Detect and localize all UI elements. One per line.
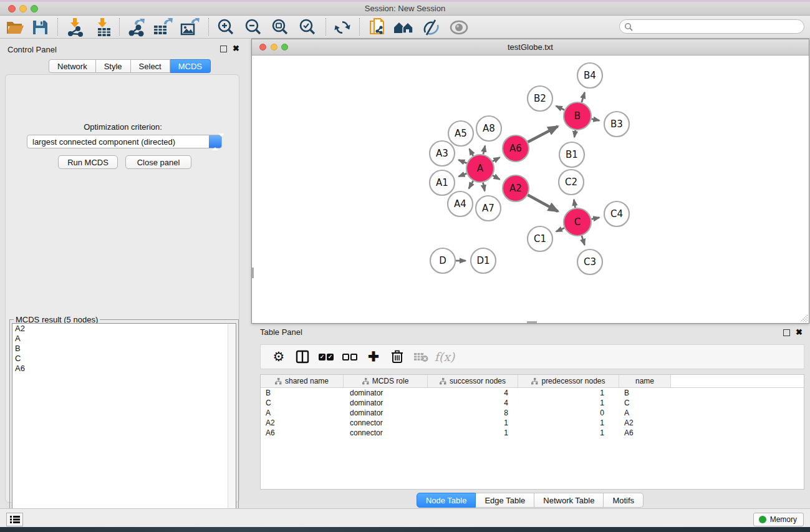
table-row[interactable]: Bdominator41B (261, 388, 804, 398)
table-cell[interactable]: C (261, 398, 344, 408)
graph-node-A7[interactable]: A7 (476, 196, 501, 221)
table-row[interactable]: A6connector11A6 (261, 428, 804, 438)
graph-node-B2[interactable]: B2 (528, 86, 552, 111)
delete-table-icon[interactable] (409, 346, 433, 368)
table-cell[interactable]: 1 (518, 428, 619, 438)
dropdown-stepper-icon[interactable] (209, 135, 221, 148)
table-cell[interactable]: dominator (344, 408, 428, 418)
table-cell[interactable]: C (619, 398, 671, 408)
graph-edge-A-A3[interactable] (458, 160, 466, 163)
graph-node-B4[interactable]: B4 (577, 63, 602, 88)
table-cell[interactable]: 8 (428, 408, 518, 418)
mcds-result-item[interactable]: A6 (12, 364, 228, 374)
refresh-icon[interactable] (331, 17, 354, 37)
column-header-shared-name[interactable]: shared name (261, 375, 344, 387)
zoom-selected-icon[interactable] (296, 17, 319, 37)
graph-node-B1[interactable]: B1 (559, 142, 584, 167)
graph-edge-C-C2[interactable] (574, 200, 575, 208)
graph-node-C4[interactable]: C4 (604, 201, 629, 226)
table-row[interactable]: Cdominator41C (261, 398, 804, 408)
table-cell[interactable]: 4 (428, 388, 518, 398)
graph-node-A1[interactable]: A1 (430, 170, 455, 195)
graph-edge-A-A2[interactable] (493, 175, 499, 179)
table-cell[interactable]: dominator (344, 388, 428, 398)
mcds-result-item[interactable]: A2 (12, 324, 228, 334)
app-titlebar[interactable]: Session: New Session (0, 2, 810, 16)
graph-node-B[interactable]: B (564, 102, 591, 130)
table-cell[interactable]: 1 (428, 418, 518, 428)
graph-edge-A-A5[interactable] (470, 149, 473, 156)
table-cell[interactable]: dominator (344, 398, 428, 408)
table-cell[interactable]: connector (344, 418, 428, 428)
table-cell[interactable]: 0 (518, 408, 619, 418)
graph-edge-B-B4[interactable] (582, 92, 585, 102)
column-header-predecessor-nodes[interactable]: predecessor nodes (518, 375, 619, 387)
close-panel-button[interactable]: Close panel (125, 155, 191, 169)
graph-node-A[interactable]: A (466, 155, 494, 182)
export-network-icon[interactable] (125, 17, 147, 37)
table-cell[interactable]: 1 (518, 418, 619, 428)
add-column-icon[interactable]: ✚ (362, 346, 385, 368)
import-network-icon[interactable] (64, 17, 86, 37)
deselect-all-icon[interactable] (338, 346, 362, 368)
table-cell[interactable]: 1 (518, 388, 619, 398)
canvas-horizontal-scroll-thumb[interactable] (527, 321, 537, 323)
tab-node-table[interactable]: Node Table (417, 493, 476, 508)
column-header-name[interactable]: name (619, 375, 671, 387)
duplicate-network-icon[interactable] (366, 17, 388, 37)
export-table-icon[interactable] (152, 17, 174, 37)
tab-select[interactable]: Select (131, 59, 170, 73)
tab-network-table[interactable]: Network Table (534, 493, 604, 508)
canvas-vertical-scroll-thumb[interactable] (252, 268, 254, 278)
mcds-result-scrollbar[interactable] (228, 323, 236, 529)
graph-edge-A-A7[interactable] (483, 183, 485, 191)
memory-button[interactable]: Memory (753, 513, 804, 526)
tab-edge-table[interactable]: Edge Table (476, 493, 534, 508)
mcds-result-list[interactable]: A2ABCA6 (12, 323, 229, 529)
graph-edge-A-A4[interactable] (469, 181, 473, 188)
tab-style[interactable]: Style (96, 59, 131, 73)
table-cell[interactable]: A6 (261, 428, 344, 438)
graph-node-A2[interactable]: A2 (503, 175, 529, 201)
run-mcds-button[interactable]: Run MCDS (58, 155, 118, 169)
save-session-icon[interactable] (29, 17, 51, 37)
close-panel-icon[interactable]: ✖ (233, 44, 239, 53)
show-graphics-details-icon[interactable] (420, 17, 442, 37)
select-all-icon[interactable]: ✓✓ (314, 346, 338, 368)
graph-edge-B-B2[interactable] (556, 106, 564, 110)
table-cell[interactable]: A (619, 408, 671, 418)
float-panel-icon[interactable] (220, 46, 227, 52)
table-float-icon[interactable] (783, 329, 790, 336)
task-history-button[interactable] (6, 513, 23, 526)
graph-node-D1[interactable]: D1 (471, 248, 496, 273)
graph-node-A4[interactable]: A4 (448, 191, 473, 216)
resize-grip-icon[interactable] (799, 314, 808, 322)
search-field[interactable] (619, 19, 804, 34)
mcds-result-item[interactable]: A (12, 334, 228, 344)
graph-node-D[interactable]: D (430, 248, 455, 273)
table-settings-icon[interactable]: ⚙ (267, 346, 291, 368)
column-header-successor-nodes[interactable]: successor nodes (428, 375, 518, 387)
column-visibility-icon[interactable] (291, 346, 314, 368)
export-image-icon[interactable] (179, 17, 201, 37)
graph-node-C[interactable]: C (564, 208, 591, 236)
table-cell[interactable]: A6 (619, 428, 671, 438)
graph-edge-A-A6[interactable] (493, 157, 499, 161)
graph-edge-B-B3[interactable] (592, 119, 600, 121)
open-file-icon[interactable] (4, 17, 26, 37)
import-table-icon[interactable] (91, 17, 113, 37)
tab-motifs[interactable]: Motifs (604, 493, 644, 508)
graph-node-B3[interactable]: B3 (604, 112, 629, 137)
zoom-out-icon[interactable] (242, 17, 264, 37)
birds-eye-view-icon[interactable] (448, 17, 470, 37)
search-input[interactable] (636, 21, 798, 32)
tab-network[interactable]: Network (49, 59, 96, 73)
graph-node-C2[interactable]: C2 (559, 170, 584, 195)
mcds-result-item[interactable]: C (12, 354, 228, 364)
tab-mcds[interactable]: MCDS (170, 59, 211, 73)
table-cell[interactable]: A (261, 408, 344, 418)
graph-edge-C-C3[interactable] (582, 236, 585, 245)
zoom-fit-icon[interactable] (269, 17, 291, 37)
graph-edge-A-A1[interactable] (459, 173, 467, 177)
graph-node-C1[interactable]: C1 (528, 226, 552, 251)
